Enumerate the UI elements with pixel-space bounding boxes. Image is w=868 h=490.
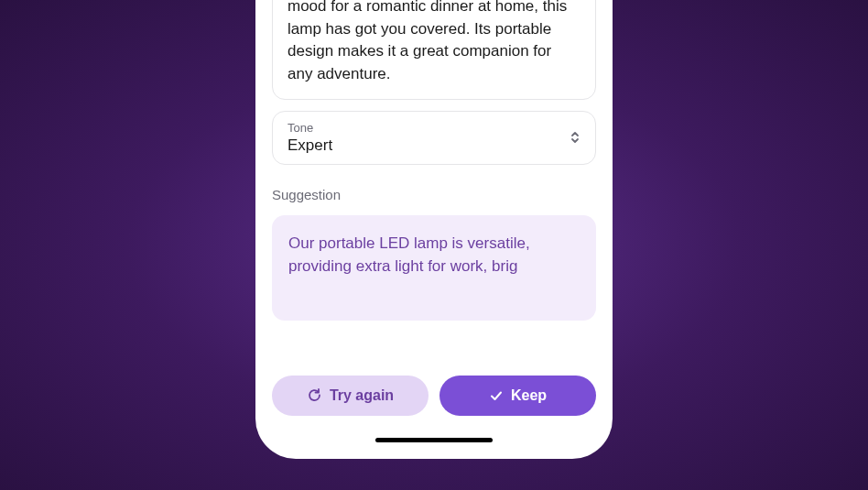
suggestion-text: Our portable LED lamp is versatile, prov… [288,232,580,278]
action-buttons: Try again Keep [272,376,596,416]
try-again-button[interactable]: Try again [272,376,429,416]
suggestion-box: Our portable LED lamp is versatile, prov… [272,215,596,321]
chevron-up-down-icon [570,130,580,145]
keep-button[interactable]: Keep [439,376,596,416]
tone-label: Tone [288,121,332,135]
suggestion-label: Suggestion [272,187,596,202]
keep-label: Keep [511,387,547,404]
description-text: mood for a romantic dinner at home, this… [288,0,580,86]
phone-frame: mood for a romantic dinner at home, this… [255,0,613,459]
check-icon [489,388,504,403]
home-indicator[interactable] [375,438,493,442]
tone-value: Expert [288,136,332,155]
refresh-icon [307,387,322,403]
try-again-label: Try again [330,387,394,404]
description-card: mood for a romantic dinner at home, this… [272,0,596,100]
tone-selector[interactable]: Tone Expert [272,111,596,165]
